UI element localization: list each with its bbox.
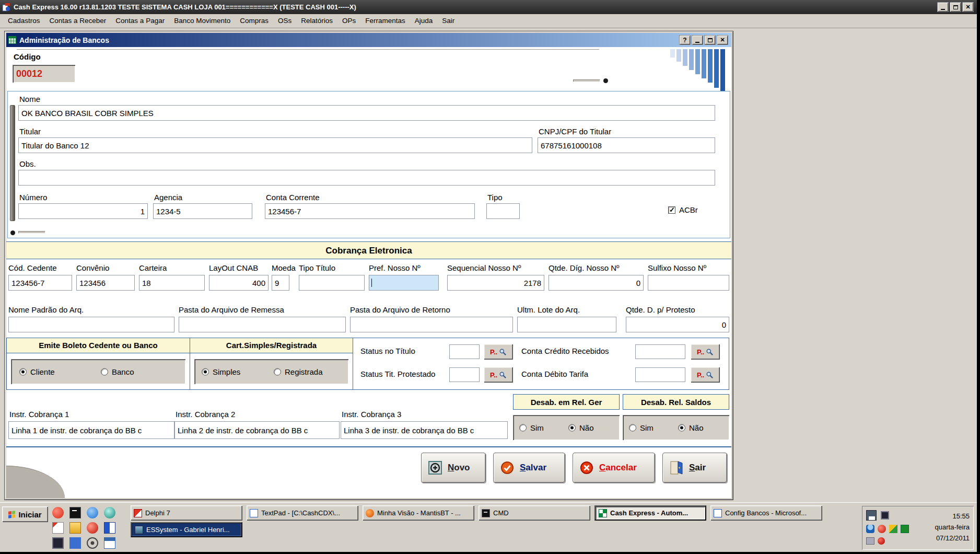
status-protestado-input[interactable] xyxy=(449,367,480,382)
radio-cliente[interactable]: Cliente xyxy=(19,367,55,376)
pasta-retorno-input[interactable] xyxy=(350,317,513,332)
cod-cedente-input[interactable] xyxy=(8,275,72,291)
quicklaunch-icon-1[interactable] xyxy=(52,507,64,518)
help-button[interactable]: ? xyxy=(679,35,691,45)
menu-ferramentas[interactable]: Ferramentas xyxy=(360,14,410,28)
radio-desab-ger-nao[interactable]: Não xyxy=(568,423,594,432)
main-window: Cash Express 16.00 r13.81.1203 TESTE SIS… xyxy=(0,0,977,552)
child-maximize-button[interactable] xyxy=(704,35,716,45)
codigo-value: 00012 xyxy=(16,68,42,79)
radio-desab-ger-sim[interactable]: Sim xyxy=(519,423,544,432)
taskbar-item-cmd[interactable]: CMD xyxy=(479,505,590,521)
taskbar-item-cash-express[interactable]: Cash Express - Autom... xyxy=(594,505,706,521)
quicklaunch-icon-target[interactable] xyxy=(87,537,98,549)
salvar-button[interactable]: Salvar xyxy=(493,453,565,483)
radio-banco[interactable]: Banco xyxy=(101,367,134,376)
taskbar-item-essystem[interactable]: ESSystem - Gabriel Henri... xyxy=(131,522,242,537)
tray-printer-icon[interactable] xyxy=(866,537,874,545)
conta-credito-input[interactable] xyxy=(635,344,685,359)
obs-input[interactable] xyxy=(18,170,715,186)
ultm-lote-arq-input[interactable] xyxy=(517,317,616,332)
vertical-splitter[interactable] xyxy=(10,105,15,221)
carteira-input[interactable] xyxy=(139,275,205,291)
conta-debito-lookup-button[interactable]: P.. xyxy=(691,367,720,383)
conta-corrente-input[interactable] xyxy=(265,203,475,219)
instr-cobranca-3-label: Instr. Cobrança 3 xyxy=(342,410,401,419)
novo-button[interactable]: Novo xyxy=(421,453,486,483)
quicklaunch-icon-grid[interactable] xyxy=(69,537,81,549)
nome-padrao-arq-input[interactable] xyxy=(8,317,174,332)
menu-compras[interactable]: Compras xyxy=(235,14,273,28)
maximize-button[interactable] xyxy=(950,2,961,12)
taskbar-item-delphi[interactable]: Delphi 7 xyxy=(131,505,242,521)
quicklaunch-icon-table[interactable] xyxy=(104,537,115,549)
nome-input[interactable] xyxy=(18,105,715,121)
child-close-button[interactable]: ✕ xyxy=(717,35,728,45)
acbr-checkbox[interactable] xyxy=(668,206,675,214)
pref-nosso-numero-input[interactable] xyxy=(369,275,439,291)
convenio-input[interactable] xyxy=(76,275,135,291)
cancelar-button[interactable]: Cancelar xyxy=(573,453,655,483)
radio-desab-saldos-nao[interactable]: Não xyxy=(678,423,704,432)
agencia-input[interactable] xyxy=(153,203,252,219)
instr-cobranca-2-input[interactable] xyxy=(174,421,340,439)
conta-credito-lookup-button[interactable]: P.. xyxy=(691,344,720,360)
instr-cobranca-1-input[interactable] xyxy=(8,421,174,439)
quicklaunch-icon-4[interactable] xyxy=(104,507,115,518)
splitter-handle-bottom[interactable] xyxy=(18,231,45,234)
menu-ops[interactable]: OPs xyxy=(337,14,360,28)
menu-oss[interactable]: OSs xyxy=(273,14,296,28)
menu-cadastros[interactable]: Cadastros xyxy=(3,14,45,28)
moeda-input[interactable] xyxy=(272,275,289,291)
titular-input[interactable] xyxy=(18,137,532,153)
instr-cobranca-3-input[interactable] xyxy=(341,421,508,439)
pasta-remessa-input[interactable] xyxy=(179,317,346,332)
radio-desab-saldos-sim[interactable]: Sim xyxy=(629,423,654,432)
tray-status-icon[interactable] xyxy=(889,525,897,533)
menu-contas-a-receber[interactable]: Contas a Receber xyxy=(45,14,111,28)
quicklaunch-icon-folder[interactable] xyxy=(69,522,81,534)
qtde-protesto-input[interactable] xyxy=(626,317,729,332)
sequencial-nosso-numero-input[interactable] xyxy=(447,275,544,291)
menu-sair[interactable]: Sair xyxy=(437,14,459,28)
sair-button[interactable]: Sair xyxy=(662,453,727,483)
tray-floppy-icon[interactable] xyxy=(866,510,877,521)
status-titulo-lookup-button[interactable]: P.. xyxy=(484,344,513,360)
start-button[interactable]: Iniciar xyxy=(2,506,48,522)
child-minimize-button[interactable] xyxy=(692,35,703,45)
taskbar-item-config-bancos[interactable]: Config Bancos - Microsof... xyxy=(710,505,822,521)
menu-contas-a-pagar[interactable]: Contas a Pagar xyxy=(111,14,169,28)
quicklaunch-icon-8[interactable] xyxy=(104,522,115,534)
numero-input[interactable] xyxy=(18,203,148,219)
menu-ajuda[interactable]: Ajuda xyxy=(410,14,438,28)
quicklaunch-icon-5[interactable] xyxy=(52,522,64,534)
taskbar-item-mantisbt[interactable]: Minha Visão - MantisBT - ... xyxy=(363,505,474,521)
quicklaunch-icon-browser[interactable] xyxy=(87,507,98,518)
quicklaunch-icon-cmd[interactable] xyxy=(69,507,81,518)
sulfixo-nosso-numero-input[interactable] xyxy=(648,275,729,291)
menu-relatorios[interactable]: Relatórios xyxy=(296,14,337,28)
close-button[interactable]: ✕ xyxy=(962,2,974,12)
tray-alert-icon[interactable] xyxy=(878,537,885,545)
quicklaunch-icon-monitor[interactable] xyxy=(52,537,64,549)
menu-banco-movimento[interactable]: Banco Movimento xyxy=(169,14,235,28)
tipo-titulo-input[interactable] xyxy=(299,275,365,291)
conta-debito-input[interactable] xyxy=(635,367,685,382)
splitter-handle-top[interactable] xyxy=(573,79,600,82)
radio-simples[interactable]: Simples xyxy=(202,367,240,376)
minimize-button[interactable] xyxy=(937,2,949,12)
qtde-dig-nosso-numero-input[interactable] xyxy=(549,275,644,291)
tray-green-icon[interactable] xyxy=(901,525,909,533)
status-protestado-lookup-button[interactable]: P.. xyxy=(484,367,513,383)
status-titulo-input[interactable] xyxy=(449,344,480,359)
taskbar-item-textpad[interactable]: TextPad - [C:\CashCDX\... xyxy=(247,505,358,521)
tray-red-ball-icon[interactable] xyxy=(878,525,886,533)
quicklaunch-icon-7[interactable] xyxy=(87,522,98,534)
tray-monitor-icon[interactable] xyxy=(881,511,889,520)
layout-cnab-input[interactable] xyxy=(209,275,269,291)
emite-boleto-group: Emite Boleto Cedente ou Banco Cliente Ba… xyxy=(6,338,190,390)
cnpj-input[interactable] xyxy=(538,137,715,153)
radio-registrada[interactable]: Registrada xyxy=(274,367,323,376)
tray-user-icon[interactable] xyxy=(866,525,874,533)
tipo-input[interactable] xyxy=(486,203,520,219)
